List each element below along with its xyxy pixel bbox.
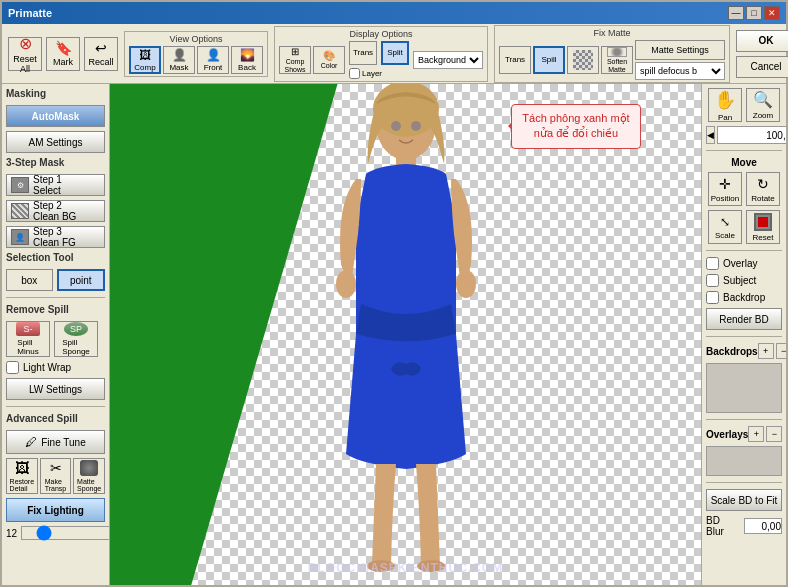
layer-label: Layer — [362, 69, 382, 78]
subject-checkbox[interactable] — [706, 274, 719, 287]
zoom-decrease-button[interactable]: ◀ — [706, 126, 715, 144]
overlays-row: Overlays + − — [706, 426, 782, 442]
slider-input[interactable] — [21, 526, 110, 540]
view-front-button[interactable]: 👤 Front — [197, 46, 229, 74]
ok-button[interactable]: OK — [736, 30, 788, 52]
fix-img1-button[interactable] — [567, 46, 599, 74]
remove-spill-label: Remove Spill — [6, 304, 105, 315]
fix-lighting-button[interactable]: Fix Lighting — [6, 498, 105, 522]
backdrops-label: Backdrops — [706, 346, 758, 357]
zoom-button[interactable]: 🔍 Zoom — [746, 88, 780, 122]
step3-icon: 👤 — [11, 229, 29, 245]
recall-button[interactable]: ↩ Recall — [84, 37, 118, 71]
reset-button[interactable]: Reset — [746, 210, 780, 244]
left-panel: Masking AutoMask AM Settings 3-Step Mask… — [2, 84, 110, 585]
zoom-label: Zoom — [753, 111, 773, 120]
split-button[interactable]: Split — [381, 41, 409, 65]
view-buttons: 🖼 Comp 👤 Mask 👤 Front 🌄 Back — [129, 46, 263, 74]
make-transp-button[interactable]: ✂ MakeTransp — [40, 458, 72, 494]
am-settings-button[interactable]: AM Settings — [6, 131, 105, 153]
view-options-group: View Options 🖼 Comp 👤 Mask 👤 Front 🌄 Bac… — [124, 31, 268, 77]
light-wrap-checkbox[interactable] — [6, 361, 19, 374]
backdrops-remove-button[interactable]: − — [776, 343, 786, 359]
background-select: Background — [413, 51, 483, 69]
view-mask-button[interactable]: 👤 Mask — [163, 46, 195, 74]
fine-tune-button[interactable]: 🖊 Fine Tune — [6, 430, 105, 454]
zoom-value-input[interactable] — [717, 126, 786, 144]
bd-blur-input[interactable] — [744, 518, 782, 534]
canvas-area[interactable]: Tách phông xanh một nửa để đổi chiều BLO… — [110, 84, 701, 585]
view-options-label: View Options — [129, 34, 263, 44]
trans-button[interactable]: Trans — [349, 41, 377, 65]
view-comp-button[interactable]: 🖼 Comp — [129, 46, 161, 74]
spill-minus-label: SpillMinus — [17, 338, 38, 356]
position-rotate-row: ✛ Position ↻ Rotate — [706, 172, 782, 206]
step3-button[interactable]: 👤 Step 3Clean FG — [6, 226, 105, 248]
view-back-button[interactable]: 🌄 Back — [231, 46, 263, 74]
spill-minus-button[interactable]: S- SpillMinus — [6, 321, 50, 357]
masking-label: Masking — [6, 88, 105, 99]
reset-all-button[interactable]: ⊗ Reset All — [8, 37, 42, 71]
display-checkbox[interactable] — [349, 68, 360, 79]
overlay-checkbox[interactable] — [706, 257, 719, 270]
maximize-button[interactable]: □ — [746, 6, 762, 20]
overlays-area — [706, 446, 782, 476]
rotate-label: Rotate — [751, 194, 775, 203]
main-content: Masking AutoMask AM Settings 3-Step Mask… — [2, 84, 786, 585]
cancel-button[interactable]: Cancel — [736, 56, 788, 78]
mark-button[interactable]: 🔖 Mark — [46, 37, 80, 71]
soften-matte-button[interactable]: Soften Matte — [601, 46, 633, 74]
recall-group: ↩ Recall — [84, 37, 118, 71]
step2-button[interactable]: Step 2Clean BG — [6, 200, 105, 222]
overlays-remove-button[interactable]: − — [766, 426, 782, 442]
backdrops-row: Backdrops + − — [706, 343, 782, 359]
fix-spill-button[interactable]: Spill — [533, 46, 565, 74]
comp-shows-button[interactable]: ⊞ Comp Shows — [279, 46, 311, 74]
render-bd-button[interactable]: Render BD — [706, 308, 782, 330]
pan-label: Pan — [718, 113, 732, 122]
slider-row: 12 — [6, 526, 105, 540]
scale-bd-button[interactable]: Scale BD to Fit — [706, 489, 782, 511]
scale-label: Scale — [715, 231, 735, 240]
point-button[interactable]: point — [57, 269, 106, 291]
light-wrap-label: Light Wrap — [23, 362, 71, 373]
lw-settings-button[interactable]: LW Settings — [6, 378, 105, 400]
overlays-add-button[interactable]: + — [748, 426, 764, 442]
scale-reset-row: ⤡ Scale Reset — [706, 210, 782, 244]
background-dropdown[interactable]: Background — [413, 51, 483, 69]
selection-tool-row: box point — [6, 269, 105, 291]
ok-cancel-group: OK Cancel — [736, 30, 788, 78]
fix-trans-button[interactable]: Trans — [499, 46, 531, 74]
fine-tune-label: Fine Tune — [41, 437, 85, 448]
reset-label: Reset — [753, 233, 774, 242]
pan-button[interactable]: ✋ Pan — [708, 88, 742, 122]
overlay-label: Overlay — [723, 258, 757, 269]
toolbar: ⊗ Reset All 🔖 Mark ↩ Recall View Options — [2, 24, 786, 84]
bd-blur-label: BD Blur — [706, 515, 740, 537]
minimize-button[interactable]: — — [728, 6, 744, 20]
step1-button[interactable]: ⚙ Step 1Select — [6, 174, 105, 196]
restore-detail-button[interactable]: 🖼 RestoreDetail — [6, 458, 38, 494]
rotate-button[interactable]: ↻ Rotate — [746, 172, 780, 206]
auto-mask-button[interactable]: AutoMask — [6, 105, 105, 127]
spill-sponge-button[interactable]: SP SpillSponge — [54, 321, 98, 357]
matte-settings-button[interactable]: Matte Settings — [635, 40, 725, 60]
fix-matte-group: Fix Matte Trans Spill Soften Matte Matte — [494, 25, 730, 83]
matte-sponge-button[interactable]: MatteSponge — [73, 458, 105, 494]
color-button[interactable]: 🎨 Color — [313, 46, 345, 74]
position-button[interactable]: ✛ Position — [708, 172, 742, 206]
backdrops-add-button[interactable]: + — [758, 343, 774, 359]
svg-point-5 — [456, 270, 476, 298]
tooltip-text: Tách phông xanh một nửa để đổi chiều — [522, 112, 629, 139]
spill-dropdown[interactable]: spill defocus b — [635, 62, 725, 80]
display-options-group: Display Options ⊞ Comp Shows 🎨 Color Tra… — [274, 26, 488, 82]
close-button[interactable]: ✕ — [764, 6, 780, 20]
backdrop-checkbox[interactable] — [706, 291, 719, 304]
scale-button[interactable]: ⤡ Scale — [708, 210, 742, 244]
box-button[interactable]: box — [6, 269, 53, 291]
zoom-input-row: ◀ ▶ — [706, 126, 782, 144]
spill-btn-row: S- SpillMinus SP SpillSponge — [6, 321, 105, 357]
backdrop-checkbox-row: Backdrop — [706, 291, 782, 304]
overlays-label: Overlays — [706, 429, 748, 440]
fix-matte-buttons: Trans Spill Soften Matte Matte Settings … — [499, 40, 725, 80]
